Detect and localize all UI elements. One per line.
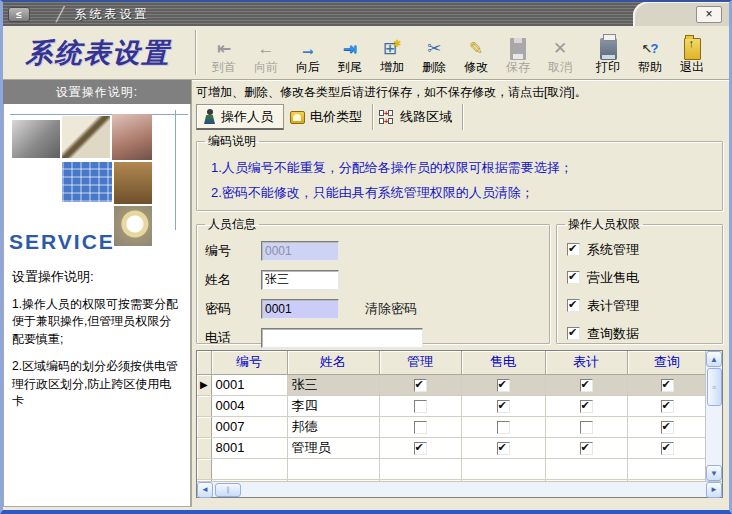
print-button[interactable]: 打印 xyxy=(587,30,629,76)
cell-perm[interactable] xyxy=(461,416,545,437)
tab-电价类型[interactable]: 电价类型 xyxy=(284,104,373,130)
cell-perm[interactable] xyxy=(461,437,545,458)
grid-checkbox[interactable] xyxy=(414,379,427,392)
checkbox-label: 系统管理 xyxy=(587,241,639,259)
permission-item[interactable]: 表计管理 xyxy=(567,292,714,319)
column-header-售电[interactable]: 售电 xyxy=(461,351,545,374)
permission-item[interactable]: 营业售电 xyxy=(567,264,714,291)
permission-item[interactable]: 系统管理 xyxy=(567,236,714,263)
cell-code[interactable] xyxy=(211,458,287,479)
checkbox[interactable] xyxy=(567,243,580,256)
cell-name[interactable]: 李四 xyxy=(287,395,379,416)
checkbox[interactable] xyxy=(567,299,580,312)
horizontal-scroll-thumb[interactable]: ∥ xyxy=(215,483,241,497)
sidebar-header: 设置操作说明: xyxy=(3,80,191,104)
grid-checkbox[interactable] xyxy=(414,421,427,434)
vertical-scroll-thumb[interactable]: ≡ xyxy=(707,368,722,406)
column-header-姓名[interactable]: 姓名 xyxy=(287,351,379,374)
grid-checkbox[interactable] xyxy=(580,400,593,413)
cell-code[interactable]: 8001 xyxy=(211,437,287,458)
permissions-group: 操作人员权限 系统管理营业售电表计管理查询数据 xyxy=(556,216,723,344)
cell-perm[interactable] xyxy=(379,374,461,395)
姓名-field[interactable] xyxy=(261,270,339,290)
scroll-left-button[interactable]: ◄ xyxy=(197,482,213,498)
column-header-查询[interactable]: 查询 xyxy=(627,351,705,374)
vertical-scroll-track[interactable] xyxy=(706,407,722,465)
notice-text: 可增加、删除、修改各类型后请进行保存，如不保存修改，请点击[取消]。 xyxy=(196,83,723,101)
grid-checkbox[interactable] xyxy=(497,421,510,434)
cell-perm[interactable] xyxy=(379,395,461,416)
exit-button[interactable]: 退出 xyxy=(671,30,713,76)
grid-checkbox[interactable] xyxy=(661,379,674,392)
clear-password-link[interactable]: 清除密码 xyxy=(365,300,417,318)
toolbar-button-label: 增加 xyxy=(380,60,404,74)
checkbox[interactable] xyxy=(567,327,580,340)
cell-perm[interactable] xyxy=(545,395,627,416)
cell-code[interactable]: 0007 xyxy=(211,416,287,437)
grid-checkbox[interactable] xyxy=(414,400,427,413)
cell-perm[interactable] xyxy=(379,458,461,479)
grid-checkbox[interactable] xyxy=(580,442,593,455)
app-icon: ≤ xyxy=(8,7,30,22)
person-fields: 编号姓名密码清除密码电话 xyxy=(205,237,541,351)
nav-next-button[interactable]: →向后 xyxy=(287,30,329,76)
scroll-up-button[interactable]: ▲ xyxy=(706,351,722,367)
cell-perm[interactable] xyxy=(461,374,545,395)
cell-perm[interactable] xyxy=(627,458,705,479)
collage-vline xyxy=(175,110,176,230)
permission-item[interactable]: 查询数据 xyxy=(567,320,714,347)
tab-线路区域[interactable]: ++线路区域 xyxy=(373,104,463,130)
cell-perm[interactable] xyxy=(627,374,705,395)
scroll-down-button[interactable]: ▼ xyxy=(706,465,722,481)
cell-perm[interactable] xyxy=(461,458,545,479)
grid-checkbox[interactable] xyxy=(580,421,593,434)
cell-perm[interactable] xyxy=(627,416,705,437)
table-row: 8001管理员 xyxy=(197,437,705,458)
window-title: 系统表设置 xyxy=(74,6,149,23)
delete-button[interactable]: ✂删除 xyxy=(413,30,455,76)
edit-button[interactable]: ✎修改 xyxy=(455,30,497,76)
grid-checkbox[interactable] xyxy=(580,379,593,392)
cell-perm[interactable] xyxy=(545,374,627,395)
cell-perm[interactable] xyxy=(545,437,627,458)
checkbox[interactable] xyxy=(567,271,580,284)
grid-checkbox[interactable] xyxy=(661,421,674,434)
cell-code[interactable]: 0001 xyxy=(211,374,287,395)
column-header-编号[interactable]: 编号 xyxy=(211,351,287,374)
column-header-管理[interactable]: 管理 xyxy=(379,351,461,374)
close-button[interactable]: × xyxy=(696,6,722,23)
person-icon xyxy=(203,109,216,124)
nav-last-button[interactable]: ⇥到尾 xyxy=(329,30,371,76)
tab-label: 操作人员 xyxy=(221,108,273,126)
cell-perm[interactable] xyxy=(379,437,461,458)
add-button[interactable]: ⊞✱增加 xyxy=(371,30,413,76)
密码-field[interactable] xyxy=(261,299,339,319)
vertical-scrollbar[interactable]: ▲ ≡ ▼ xyxy=(705,351,722,481)
cell-perm[interactable] xyxy=(461,395,545,416)
cell-perm[interactable] xyxy=(545,416,627,437)
grid-checkbox[interactable] xyxy=(497,442,510,455)
cell-perm[interactable] xyxy=(545,458,627,479)
scroll-right-button[interactable]: ► xyxy=(706,482,722,498)
cell-code[interactable]: 0004 xyxy=(211,395,287,416)
tab-操作人员[interactable]: 操作人员 xyxy=(196,104,284,130)
cell-perm[interactable] xyxy=(379,416,461,437)
电话-field[interactable] xyxy=(261,328,423,348)
cell-name[interactable] xyxy=(287,458,379,479)
grid-checkbox[interactable] xyxy=(497,379,510,392)
grid-checkbox[interactable] xyxy=(661,400,674,413)
form-row: 姓名 xyxy=(205,266,541,293)
cell-perm[interactable] xyxy=(627,395,705,416)
help-button[interactable]: ↖?帮助 xyxy=(629,30,671,76)
grid-checkbox[interactable] xyxy=(661,442,674,455)
cell-name[interactable]: 邦德 xyxy=(287,416,379,437)
grid-checkbox[interactable] xyxy=(414,442,427,455)
column-header-表计[interactable]: 表计 xyxy=(545,351,627,374)
cell-name[interactable]: 张三 xyxy=(287,374,379,395)
grid-checkbox[interactable] xyxy=(497,400,510,413)
horizontal-scrollbar[interactable]: ◄ ∥ ► xyxy=(197,481,722,497)
cell-perm[interactable] xyxy=(627,437,705,458)
form-row: 编号 xyxy=(205,237,541,264)
titlebar[interactable]: ≤ ╱ 系统表设置 × xyxy=(3,2,729,26)
cell-name[interactable]: 管理员 xyxy=(287,437,379,458)
